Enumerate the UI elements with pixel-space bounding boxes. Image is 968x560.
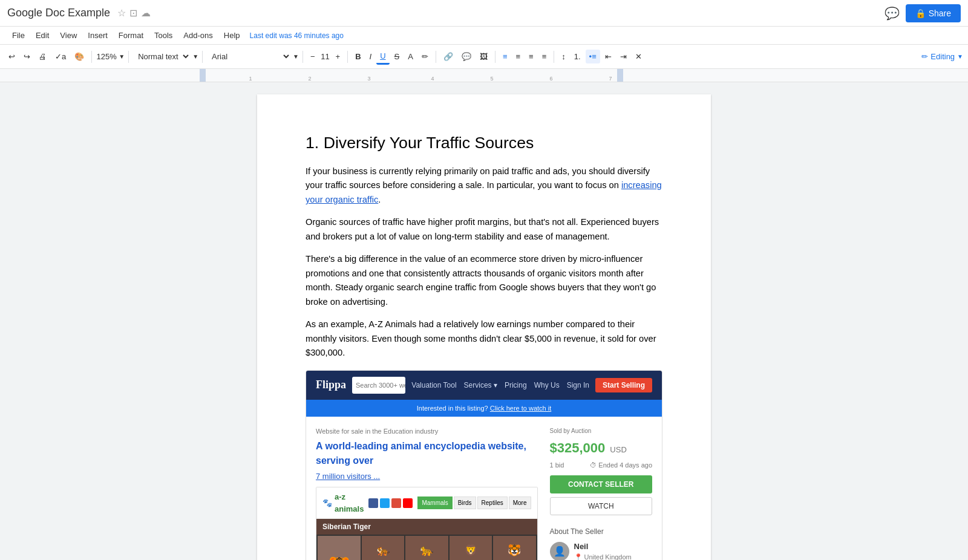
align-left-button[interactable]: ≡ bbox=[499, 50, 511, 63]
document-page[interactable]: 1. Diversify Your Traffic Sources If you… bbox=[257, 94, 711, 560]
flippa-search-input[interactable] bbox=[352, 379, 405, 391]
highlight-button[interactable]: ✏ bbox=[418, 50, 432, 63]
redo-button[interactable]: ↪ bbox=[20, 50, 34, 63]
az-animals-tab-more[interactable]: More bbox=[509, 497, 531, 509]
menu-format[interactable]: Format bbox=[114, 28, 148, 42]
menu-edit[interactable]: Edit bbox=[31, 28, 54, 42]
comment-icon[interactable]: 💬 bbox=[885, 6, 900, 21]
flippa-nav-signin[interactable]: Sign In bbox=[567, 380, 589, 391]
az-animals-tab-reptiles[interactable]: Reptiles bbox=[477, 497, 508, 509]
ruler-tick-3: 3 bbox=[367, 76, 370, 82]
ruler-right-margin[interactable] bbox=[617, 69, 623, 82]
font-dropdown-icon[interactable]: ▼ bbox=[293, 53, 299, 60]
toolbar-divider-5 bbox=[347, 51, 348, 63]
folder-icon[interactable]: ⊡ bbox=[129, 7, 137, 19]
menu-view[interactable]: View bbox=[55, 28, 82, 42]
az-animals-nav-tabs: Mammals Birds Reptiles More bbox=[417, 497, 531, 509]
twitter-icon[interactable] bbox=[380, 498, 390, 508]
flippa-listing-tag: Website for sale in the Education indust… bbox=[316, 426, 538, 437]
editing-indicator: ✏ Editing ▼ bbox=[921, 52, 963, 61]
clear-format-button[interactable]: ✕ bbox=[632, 50, 646, 63]
image-button[interactable]: 🖼 bbox=[476, 50, 491, 63]
link-button[interactable]: 🔗 bbox=[440, 50, 457, 63]
font-size-decrease[interactable]: − bbox=[307, 50, 319, 63]
menu-tools[interactable]: Tools bbox=[149, 28, 177, 42]
align-justify-button[interactable]: ≡ bbox=[538, 50, 551, 63]
ruler-left-margin[interactable] bbox=[200, 69, 206, 82]
decrease-indent-button[interactable]: ⇤ bbox=[601, 50, 615, 63]
flippa-nav-pricing[interactable]: Pricing bbox=[505, 380, 527, 391]
unordered-list-button[interactable]: •≡ bbox=[586, 50, 600, 63]
cloud-icon[interactable]: ☁ bbox=[141, 7, 151, 19]
flippa-screenshot: Flippa All 🔍 Valuation Tool Services ▾ P… bbox=[306, 370, 662, 560]
flippa-listing-link[interactable]: 7 million visitors ... bbox=[316, 470, 538, 483]
font-size-increase[interactable]: + bbox=[332, 50, 344, 63]
youtube-icon[interactable] bbox=[403, 498, 413, 508]
flippa-watch-button[interactable]: WATCH bbox=[550, 497, 653, 515]
align-center-button[interactable]: ≡ bbox=[512, 50, 524, 63]
increase-indent-button[interactable]: ⇥ bbox=[616, 50, 630, 63]
last-edit[interactable]: Last edit was 46 minutes ago bbox=[250, 31, 344, 40]
text-style-dropdown-icon[interactable]: ▼ bbox=[192, 53, 198, 60]
toolbar-divider-3 bbox=[202, 51, 203, 63]
organic-traffic-link[interactable]: increasing your organic traffic bbox=[306, 180, 662, 204]
flippa-nav-valuation[interactable]: Valuation Tool bbox=[411, 380, 456, 391]
italic-button[interactable]: I bbox=[366, 50, 376, 63]
font-select[interactable]: Arial Times New Roman Verdana bbox=[206, 50, 292, 63]
ordered-list-button[interactable]: 1. bbox=[571, 50, 584, 63]
flippa-seller-section: About The Seller 👤 Neil 📍 United Kingdom bbox=[550, 526, 653, 560]
az-animals-logo: 🐾 a-z animals bbox=[322, 491, 364, 515]
flippa-contact-seller-button[interactable]: CONTACT SELLER bbox=[550, 475, 653, 493]
ruler-tick-6: 6 bbox=[549, 76, 552, 82]
comment-button[interactable]: 💬 bbox=[458, 50, 475, 63]
line-spacing-button[interactable]: ↕ bbox=[558, 50, 569, 63]
menu-file[interactable]: File bbox=[7, 28, 30, 42]
toolbar-divider-8 bbox=[554, 51, 554, 63]
az-animals-tab-mammals[interactable]: Mammals bbox=[417, 497, 452, 509]
paint-format-button[interactable]: 🎨 bbox=[71, 50, 88, 63]
underline-button[interactable]: U bbox=[376, 49, 389, 65]
edit-pencil-icon: ✏ bbox=[921, 52, 928, 61]
flippa-seller-location-text: United Kingdom bbox=[584, 552, 632, 560]
az-animals-header: 🐾 a-z animals Mamma bbox=[316, 487, 537, 519]
toolbar-divider-4 bbox=[302, 51, 303, 63]
flippa-nav-services[interactable]: Services ▾ bbox=[464, 380, 497, 391]
menu-help[interactable]: Help bbox=[219, 28, 245, 42]
googleplus-icon[interactable] bbox=[391, 498, 401, 508]
flippa-bid-info: 1 bid ⏱ Ended 4 days ago bbox=[550, 460, 653, 470]
undo-button[interactable]: ↩ bbox=[5, 50, 19, 63]
editing-dropdown-icon[interactable]: ▼ bbox=[957, 53, 963, 60]
flippa-nav-links: Valuation Tool Services ▾ Pricing Why Us… bbox=[411, 380, 589, 391]
bold-button[interactable]: B bbox=[352, 50, 364, 63]
strikethrough-button[interactable]: S bbox=[391, 50, 404, 63]
share-button[interactable]: 🔒 Share bbox=[906, 4, 961, 22]
flippa-banner: Interested in this listing? Click here t… bbox=[306, 400, 662, 417]
menu-addons[interactable]: Add-ons bbox=[178, 28, 217, 42]
az-animals-thumb-2: 🐆 bbox=[405, 536, 448, 560]
toolbar-divider-6 bbox=[436, 51, 436, 63]
star-icon[interactable]: ☆ bbox=[117, 7, 126, 19]
az-animals-thumb-3: 🦁 bbox=[450, 536, 492, 560]
toolbar-divider-7 bbox=[495, 51, 495, 63]
menu-insert[interactable]: Insert bbox=[83, 28, 113, 42]
spell-check-button[interactable]: ✓a bbox=[51, 50, 70, 63]
az-animals-tab-birds[interactable]: Birds bbox=[454, 497, 476, 509]
zoom-control: 125% ▼ bbox=[96, 52, 125, 61]
ruler-tick-5: 5 bbox=[490, 76, 493, 82]
az-animals-subject-header: Siberian Tiger bbox=[316, 519, 537, 535]
text-style-select[interactable]: Normal text Heading 1 Heading 2 bbox=[132, 50, 191, 63]
text-color-button[interactable]: A bbox=[404, 50, 417, 63]
az-animals-thumb-1: 🐅 bbox=[362, 536, 405, 560]
print-button[interactable]: 🖨 bbox=[35, 50, 50, 63]
flippa-bid-count: 1 bid bbox=[550, 460, 564, 470]
az-animals-thumb-4: 🐯 bbox=[493, 536, 536, 560]
align-right-button[interactable]: ≡ bbox=[525, 50, 537, 63]
facebook-icon[interactable] bbox=[368, 498, 378, 508]
zoom-dropdown-icon[interactable]: ▼ bbox=[119, 53, 125, 60]
flippa-start-selling-button[interactable]: Start Selling bbox=[595, 378, 652, 392]
flippa-banner-link[interactable]: Click here to watch it bbox=[490, 405, 551, 412]
flippa-nav-whyus[interactable]: Why Us bbox=[534, 380, 560, 391]
topbar-right: 💬 🔒 Share bbox=[885, 4, 961, 22]
flippa-seller-avatar: 👤 bbox=[550, 542, 569, 560]
flippa-seller-details: Neil 📍 United Kingdom bbox=[574, 541, 632, 560]
